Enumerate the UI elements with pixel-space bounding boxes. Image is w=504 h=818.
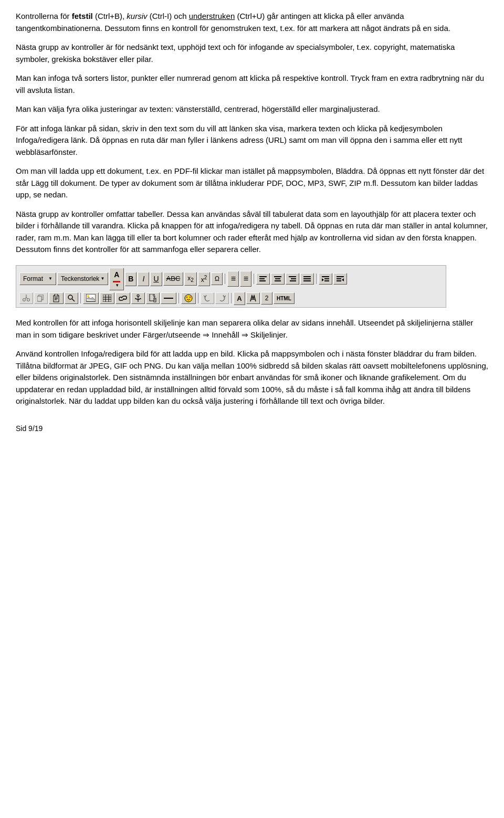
align-center-button[interactable] xyxy=(271,273,285,285)
font-size-dropdown[interactable]: Teckenstorlek ▼ xyxy=(57,272,108,285)
redo-button[interactable] xyxy=(215,292,229,304)
cut-button[interactable] xyxy=(19,292,33,304)
paragraph-after-1: Med kontrollen för att infoga horisontel… xyxy=(16,317,488,341)
hr-button[interactable] xyxy=(161,292,176,304)
format-text-icon xyxy=(249,295,257,302)
indent-right-icon xyxy=(337,275,344,282)
svg-rect-4 xyxy=(275,278,280,279)
font-size-label: Teckenstorlek xyxy=(61,274,99,284)
toolbar-separator-r2-3 xyxy=(198,293,198,303)
html-button[interactable]: HTML xyxy=(274,292,295,304)
format-text-button[interactable] xyxy=(246,292,260,304)
svg-point-53 xyxy=(186,297,187,298)
svg-rect-7 xyxy=(291,278,296,279)
font-color-icon: A xyxy=(114,269,119,280)
insert-file-icon xyxy=(149,294,156,302)
toolbar-row-2: A 2 HTML xyxy=(19,292,443,306)
align-justify-button[interactable] xyxy=(300,273,314,285)
paragraph-3: Man kan infoga två sorters listor, punkt… xyxy=(16,72,488,96)
svg-rect-18 xyxy=(337,278,341,279)
copy-button[interactable] xyxy=(34,292,48,304)
toolbar-separator-r2-2 xyxy=(178,293,179,303)
font-size-arrow-icon: ▼ xyxy=(100,276,104,282)
link-icon xyxy=(119,295,127,302)
unordered-list-button[interactable]: ≡ xyxy=(227,271,239,287)
paragraph-6: Om man vill ladda upp ett dokument, t.ex… xyxy=(16,165,488,201)
paste-button[interactable] xyxy=(49,292,64,304)
table-button[interactable] xyxy=(100,292,114,304)
svg-point-52 xyxy=(185,295,192,302)
svg-marker-17 xyxy=(342,278,344,281)
image-icon xyxy=(86,294,96,302)
svg-rect-11 xyxy=(303,280,311,281)
align-right-icon xyxy=(289,275,296,282)
link-button[interactable] xyxy=(116,292,130,304)
undo-icon xyxy=(204,295,211,302)
svg-point-42 xyxy=(137,295,139,297)
unordered-list-icon: ≡ xyxy=(231,272,236,285)
superscript-label: x2 xyxy=(201,274,207,285)
number-label: 2 xyxy=(265,293,269,303)
toolbar-separator-r2-1 xyxy=(80,293,81,303)
svg-rect-8 xyxy=(290,280,296,281)
align-center-icon xyxy=(274,275,281,282)
anchor-button[interactable] xyxy=(131,292,145,304)
bold-button[interactable]: B xyxy=(125,272,136,286)
svg-rect-19 xyxy=(337,280,341,281)
format-arrow-icon: ▼ xyxy=(48,276,52,282)
special-char-label: Ω xyxy=(215,274,219,284)
paragraph-2: Nästa grupp av kontroller är för nedsänk… xyxy=(16,41,488,65)
ordered-list-button[interactable]: ≡ xyxy=(240,271,251,287)
svg-marker-13 xyxy=(322,278,324,281)
indent-left-button[interactable] xyxy=(319,273,332,285)
align-left-icon xyxy=(259,275,267,282)
align-right-button[interactable] xyxy=(286,273,299,285)
bold-label: B xyxy=(128,274,133,285)
content-area: Kontrollerna för fetstil (Ctrl+B), kursi… xyxy=(16,11,488,434)
spellcheck-label: A xyxy=(237,293,242,304)
anchor-icon xyxy=(134,294,142,302)
emoticon-icon xyxy=(184,294,193,302)
redo-icon xyxy=(218,295,226,302)
subscript-label: x2 xyxy=(187,274,194,284)
paragraph-5: För att infoga länkar på sidan, skriv in… xyxy=(16,123,488,159)
indent-right-button[interactable] xyxy=(333,273,347,285)
svg-rect-3 xyxy=(274,276,281,277)
indent-left-icon xyxy=(322,275,329,282)
undo-button[interactable] xyxy=(201,292,214,304)
svg-point-21 xyxy=(27,299,30,301)
svg-rect-0 xyxy=(259,276,267,277)
spellcheck-button[interactable]: A xyxy=(234,292,245,306)
paragraph-after-2: Använd kontrollen Infoga/redigera bild f… xyxy=(16,348,488,407)
svg-rect-9 xyxy=(303,276,311,277)
special-char-button[interactable]: Ω xyxy=(211,272,223,285)
underline-button[interactable]: U xyxy=(150,272,162,286)
svg-rect-2 xyxy=(259,280,266,281)
font-color-button[interactable]: A ▼ xyxy=(109,268,124,290)
italic-button[interactable]: I xyxy=(138,272,149,286)
svg-rect-12 xyxy=(322,276,329,277)
svg-point-32 xyxy=(68,295,72,299)
toolbar-separator-2 xyxy=(254,274,254,284)
cut-icon xyxy=(23,295,30,302)
toolbar-separator-r2-4 xyxy=(231,293,232,303)
svg-rect-26 xyxy=(37,296,41,301)
superscript-button[interactable]: x2 xyxy=(198,272,211,286)
emoticon-button[interactable] xyxy=(181,292,196,304)
strikethrough-button[interactable]: ABC xyxy=(163,272,184,286)
number-button[interactable]: 2 xyxy=(261,292,272,305)
align-left-button[interactable] xyxy=(256,273,270,285)
svg-rect-28 xyxy=(55,294,58,296)
paragraph-7: Nästa grupp av kontroller omfattar tabel… xyxy=(16,208,488,256)
subscript-button[interactable]: x2 xyxy=(184,272,197,286)
html-label: HTML xyxy=(277,295,291,302)
format-dropdown[interactable]: Format ▼ xyxy=(19,272,56,285)
image-button[interactable] xyxy=(83,292,99,304)
copy-icon xyxy=(37,295,45,302)
svg-point-36 xyxy=(87,295,89,297)
find-button[interactable] xyxy=(65,292,78,304)
hr-icon xyxy=(164,295,173,302)
page-footer: Sid 9/19 xyxy=(16,423,488,434)
insert-file-button[interactable] xyxy=(146,292,160,304)
font-color-arrow-icon: ▼ xyxy=(115,282,119,289)
